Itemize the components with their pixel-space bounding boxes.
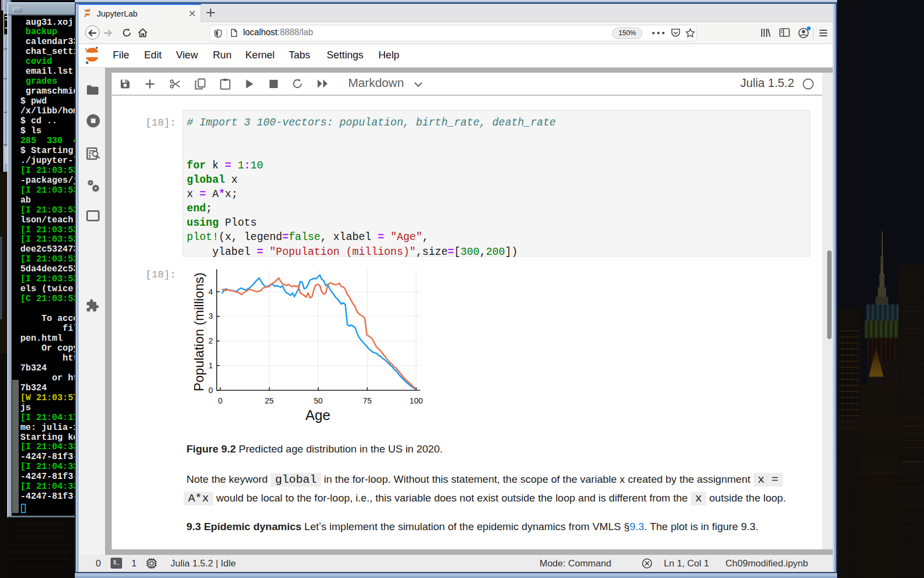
svg-text:2: 2 <box>208 336 213 345</box>
svg-text:3: 3 <box>208 312 213 320</box>
svg-text:50: 50 <box>314 396 323 405</box>
svg-text:4: 4 <box>208 287 213 296</box>
svg-text:Age: Age <box>305 407 330 423</box>
svg-text:75: 75 <box>363 396 372 405</box>
svg-text:0: 0 <box>218 396 222 405</box>
svg-text:1: 1 <box>208 361 213 370</box>
svg-text:Population (millions): Population (millions) <box>191 272 206 391</box>
svg-text:0: 0 <box>208 386 213 395</box>
svg-text:25: 25 <box>265 396 274 405</box>
svg-text:100: 100 <box>410 396 423 405</box>
